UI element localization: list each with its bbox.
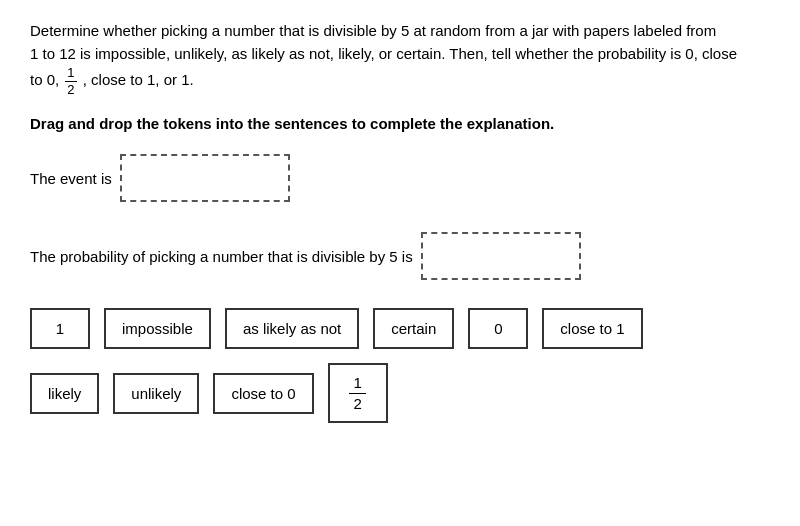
token-close-to-1[interactable]: close to 1 [542, 308, 642, 349]
intro-fraction: 1 2 [65, 65, 76, 97]
intro-line3-post: , close to 1, or 1. [83, 71, 194, 88]
drop-zone-1[interactable] [120, 154, 290, 202]
intro-line1: Determine whether picking a number that … [30, 22, 716, 39]
intro-line3-pre: to 0, [30, 71, 59, 88]
token-fraction-numerator: 1 [349, 373, 365, 394]
intro-line2: 1 to 12 is impossible, unlikely, as like… [30, 45, 737, 62]
token-0[interactable]: 0 [468, 308, 528, 349]
sentence-row-2: The probability of picking a number that… [30, 232, 770, 280]
drop-zone-2[interactable] [421, 232, 581, 280]
token-close-to-0[interactable]: close to 0 [213, 373, 313, 414]
token-fraction-denominator: 2 [349, 394, 365, 414]
token-certain[interactable]: certain [373, 308, 454, 349]
token-likely[interactable]: likely [30, 373, 99, 414]
sentence-row-1: The event is [30, 154, 770, 202]
tokens-row-1: 1 impossible as likely as not certain 0 … [30, 308, 770, 349]
tokens-area: 1 impossible as likely as not certain 0 … [30, 308, 770, 423]
sentences-area: The event is The probability of picking … [30, 154, 770, 280]
tokens-row-2: likely unlikely close to 0 1 2 [30, 363, 770, 423]
token-unlikely[interactable]: unlikely [113, 373, 199, 414]
token-impossible[interactable]: impossible [104, 308, 211, 349]
intro-text: Determine whether picking a number that … [30, 20, 770, 97]
drag-instruction: Drag and drop the tokens into the senten… [30, 115, 770, 132]
token-1[interactable]: 1 [30, 308, 90, 349]
sentence-1-label: The event is [30, 170, 112, 187]
token-fraction[interactable]: 1 2 [328, 363, 388, 423]
sentence-2-label: The probability of picking a number that… [30, 248, 413, 265]
token-as-likely-as-not[interactable]: as likely as not [225, 308, 359, 349]
